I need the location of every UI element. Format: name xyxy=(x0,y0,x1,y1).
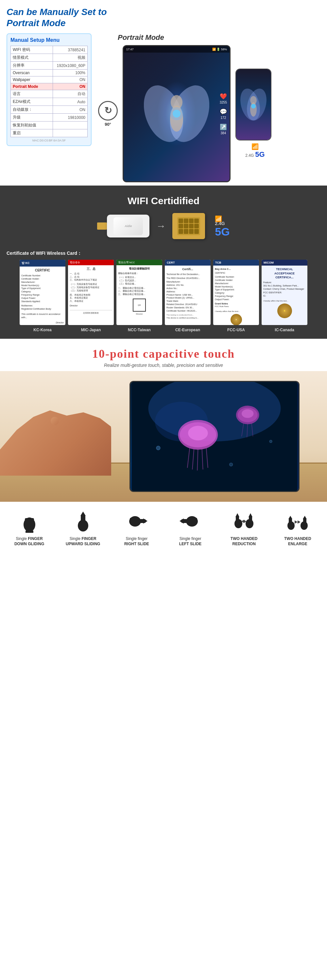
shares-stat: ↗️ 384 xyxy=(220,124,227,135)
svg-point-5 xyxy=(170,107,183,120)
touch-header: 10-point capacitive touch Realize multi-… xyxy=(0,339,327,371)
cert-name-fcc: FCC-USA xyxy=(213,328,259,332)
wifi-5g-text: 5G xyxy=(215,226,230,237)
svg-marker-60 xyxy=(289,516,292,519)
cert-ncc-taiwan: 電信台灣 NCC 電信設備審驗證明 審驗合格條件如後： （一）依電信法... （… xyxy=(116,260,162,325)
gesture-icon-reduction-box: ↔ xyxy=(231,508,257,535)
gesture-label-left: Single fingerleft slide xyxy=(179,536,202,547)
svg-point-27 xyxy=(242,409,254,418)
cert-ce-header: CERT xyxy=(165,260,211,266)
phone-image xyxy=(235,68,271,140)
rotate-icon xyxy=(98,101,118,121)
monitor-screen xyxy=(131,382,298,491)
circuit-inner xyxy=(177,217,200,235)
wifi-section: WIFI Certidified Aidie → 📶 2.4G 5G xyxy=(0,186,327,247)
cert-ncc-body: 電信設備審驗證明 審驗合格條件如後： （一）依電信法... （二）型式認證...… xyxy=(116,265,162,325)
gesture-label-down: Single FiNGERdown Gliding xyxy=(14,536,44,547)
certs-row: 방 KC CERTIFIC Certificate Number: Certif… xyxy=(6,260,321,325)
svg-marker-39 xyxy=(80,512,86,516)
cert-seal-micom: ⭐ xyxy=(277,304,292,318)
circuit-board xyxy=(172,213,205,239)
gesture-single-finger-right: Single fingerright slide xyxy=(113,508,160,547)
cert-fcc-usa: TCB Bay Area C... CERTIFIC Certificate N… xyxy=(213,260,259,325)
rotate-arrow: 90° xyxy=(98,101,118,127)
certs-section: Certificate of WIFI Wireless Card： 방 KC … xyxy=(0,247,327,339)
cert-micom-body: TECHNICALACCEPTANCECERTIFICA... Feature:… xyxy=(262,266,307,325)
cert-ic-canada: MiCOM TECHNICALACCEPTANCECERTIFICA... Fe… xyxy=(262,260,307,325)
gestures-row: ↓ Single FiNGERdown Gliding xyxy=(3,508,324,547)
svg-marker-47 xyxy=(180,519,184,523)
manual-menu-box: Manual Setup Menu WIFI 密码37885241情景模式视频分… xyxy=(6,33,92,146)
gesture-label-enlarge: Two hAndedENlARGE xyxy=(284,536,311,547)
touch-title: 10-point capacitive touch xyxy=(6,347,321,361)
touch-subtitle: Realize multi-gesture touch, stable, pre… xyxy=(6,363,321,368)
connector-arrow: → xyxy=(156,221,166,232)
cert-fcc-body: Bay Area C... CERTIFIC Certificate Numbe… xyxy=(213,266,259,325)
gesture-single-finger-up: Single FiNGERUpWARd sliding xyxy=(59,508,107,547)
gesture-two-handed-enlarge: Two hAndedENlARGE xyxy=(274,508,321,547)
cert-name-ce: CE-European xyxy=(165,328,211,332)
wifi-title: WIFI Certidified xyxy=(10,195,317,207)
cert-ncc-header: 電信台灣 NCC xyxy=(116,260,162,265)
svg-marker-51 xyxy=(235,513,239,517)
menu-table: WIFI 密码37885241情景模式视频分辨率1920x1080_60POve… xyxy=(10,46,88,137)
gesture-icon-right-svg xyxy=(125,510,148,533)
mac-address: MAC:D0:C0:BF:6A:0A:5F xyxy=(10,139,88,142)
cert-name-kc: KC-Korea xyxy=(20,328,65,332)
phone-angel-svg xyxy=(240,82,266,127)
cert-kc-header: 방 KC xyxy=(20,260,65,267)
usb-dongle: Aidie xyxy=(107,215,150,237)
svg-point-29 xyxy=(270,440,272,442)
svg-point-10 xyxy=(251,104,256,108)
angel-figure xyxy=(124,46,230,181)
usb-body: Aidie xyxy=(113,217,143,235)
large-display: 17:47 📶 🔋 58% xyxy=(123,45,231,182)
svg-point-28 xyxy=(156,446,160,450)
cert-name-ic: IC-Canada xyxy=(262,328,307,332)
wifi-freq-badge: 📶 2.4G 5G xyxy=(215,215,230,237)
cert-ce-european: CERT Certifi... Technical file of the De… xyxy=(165,260,211,325)
wifi-24-label: 2.4G xyxy=(245,153,254,158)
svg-marker-63 xyxy=(303,516,307,519)
cert-mic-body: 三、总 一、总 结 二、总 结 三、结构条件符合以下规定 （一）无线设备型号核准… xyxy=(68,265,114,325)
svg-rect-44 xyxy=(130,518,136,520)
comments-stat: 💬 172 xyxy=(220,108,227,119)
cert-name-mic: MIC-Japan xyxy=(68,328,114,332)
svg-rect-40 xyxy=(79,527,87,530)
gesture-icon-down-box: ↓ xyxy=(16,508,43,535)
social-stats: ❤️ 3255 💬 172 ↗️ 384 xyxy=(220,93,227,135)
cert-names-row: KC-Korea MIC-Japan NCC-Taiwan CE-Europea… xyxy=(6,328,321,332)
svg-rect-32 xyxy=(25,518,34,521)
svg-point-26 xyxy=(188,426,208,441)
portrait-right: Portrait Mode 90° 17:47 📶 🔋 58% xyxy=(98,33,321,182)
angel-svg xyxy=(144,68,209,159)
svg-marker-64 xyxy=(295,520,298,523)
gesture-icon-up-box xyxy=(70,508,96,535)
svg-marker-54 xyxy=(249,513,252,517)
cert-mic-japan: 電信省令 三、总 一、总 结 二、总 结 三、结构条件符合以下规定 （一）无线设… xyxy=(68,260,114,325)
gestures-section: ↓ Single FiNGERdown Gliding xyxy=(0,502,327,556)
wifi-badge: 📶 2.4G 5G xyxy=(245,143,265,159)
gesture-single-finger-left: Single fingerleft slide xyxy=(167,508,214,547)
svg-point-9 xyxy=(250,96,257,105)
svg-text:↓: ↓ xyxy=(28,528,30,533)
gesture-icon-enlarge-box xyxy=(284,508,311,535)
cert-name-ncc: NCC-Taiwan xyxy=(116,328,162,332)
manual-menu-title: Manual Setup Menu xyxy=(10,37,88,43)
gesture-icon-right-box xyxy=(124,508,150,535)
usb-dongle-container: Aidie xyxy=(97,215,150,237)
usb-plug xyxy=(97,223,107,230)
cert-mic-header: 電信省令 xyxy=(68,260,114,265)
wifi-5g-label: 5G xyxy=(255,150,265,159)
cert-fcc-header: TCB xyxy=(213,260,259,266)
gesture-label-reduction: Two HANdedReduction xyxy=(231,536,258,547)
cert-kc-body: CERTIFIC Certificate Number: Certificate… xyxy=(20,267,65,325)
cert-label: Certificate of WIFI Wireless Card： xyxy=(6,251,321,256)
wifi-devices-row: Aidie → 📶 2.4G 5G xyxy=(10,213,317,239)
gesture-label-right: Single fingerright slide xyxy=(124,536,149,547)
cert-seal-fcc: ★ xyxy=(231,314,242,325)
touch-image-container xyxy=(0,371,327,502)
gesture-two-handed-reduction: ↔ Two HANdedReduction xyxy=(220,508,268,547)
cert-kc-korea: 방 KC CERTIFIC Certificate Number: Certif… xyxy=(20,260,65,325)
gesture-icon-left-svg xyxy=(179,510,202,533)
